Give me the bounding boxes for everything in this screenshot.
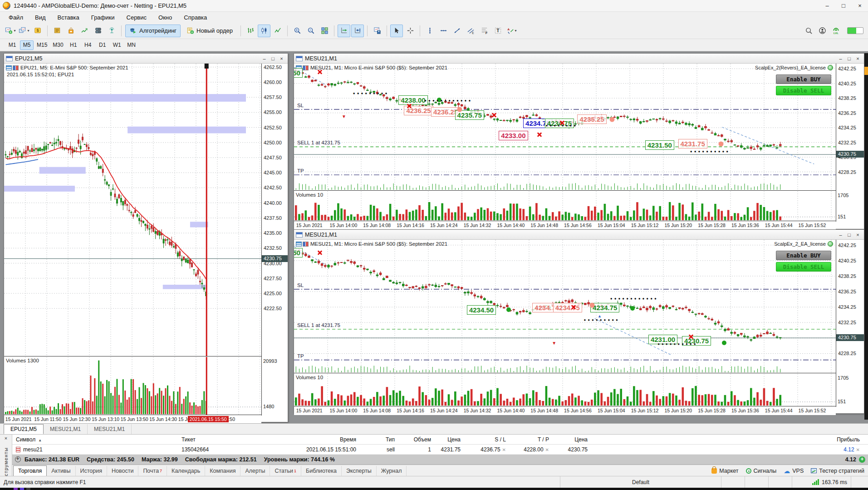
button-Сигналы[interactable]: Сигналы — [746, 468, 777, 474]
volume-pane[interactable]: Volumes 1300 — [4, 357, 261, 415]
algo-trading-button[interactable]: Алготрейдинг — [125, 25, 181, 37]
price-pane[interactable]: MESU21, M1: Micro E-mini S&P 500 ($5): S… — [294, 240, 836, 373]
chart-shift-icon[interactable] — [351, 25, 364, 37]
history-center-icon[interactable] — [51, 25, 64, 37]
tab-Новости[interactable]: Новости — [107, 466, 138, 476]
new-order-button[interactable]: Новый ордер — [182, 25, 237, 37]
ea-smiley-icon[interactable] — [828, 241, 833, 247]
enable-buy-button[interactable]: Enable BUY — [776, 251, 831, 260]
column-header-T / P[interactable]: T / P — [508, 435, 549, 445]
templates-icon[interactable] — [371, 25, 383, 37]
tab-Журнал[interactable]: Журнал — [377, 466, 407, 476]
chart-window-titlebar[interactable]: MESU21,M1–□× — [294, 230, 864, 240]
fibonacci-icon[interactable]: F — [478, 25, 490, 37]
quotes-icon[interactable] — [78, 25, 91, 37]
maximize-icon[interactable]: □ — [269, 54, 277, 63]
chart-window-titlebar[interactable]: EPU21,M5–□× — [4, 54, 288, 64]
plus-icon[interactable]: + — [859, 456, 865, 463]
candle-chart-icon[interactable] — [258, 25, 270, 37]
lvl-icon[interactable]: LVL — [829, 25, 842, 37]
close-button[interactable]: × — [852, 0, 868, 11]
column-header-Цена[interactable]: Цена — [433, 435, 461, 445]
button-Маркет[interactable]: Маркет — [711, 468, 738, 474]
tab-Торговля[interactable]: Торговля — [13, 465, 47, 476]
tf-D1[interactable]: D1 — [96, 40, 109, 50]
column-header-Символ[interactable]: Символ▲ — [16, 435, 176, 445]
maximize-button[interactable]: □ — [835, 0, 852, 11]
new-chart-icon[interactable]: ▾ — [4, 25, 17, 37]
marketplace-icon[interactable] — [64, 25, 77, 37]
chart-window-titlebar[interactable]: MESU21,M1–□× — [294, 54, 864, 64]
tick-chart-icon[interactable]: $ — [31, 25, 44, 37]
profiles-icon[interactable]: ▾ — [18, 25, 30, 37]
close-icon[interactable]: × — [853, 231, 862, 239]
column-header-Цена[interactable]: Цена — [551, 435, 588, 445]
tf-H4[interactable]: H4 — [81, 40, 95, 50]
column-header-Прибыль[interactable]: Прибыль — [590, 435, 860, 445]
column-header-Объем[interactable]: Объем — [397, 435, 431, 445]
close-icon[interactable]: × — [0, 435, 12, 441]
auto-scroll-icon[interactable] — [338, 25, 350, 37]
time-axis[interactable]: 15 Jun 202115 Jun 14:0015 Jun 14:0815 Ju… — [294, 407, 836, 415]
docked-panel-strip[interactable] — [864, 53, 868, 420]
tile-windows-icon[interactable] — [318, 25, 331, 37]
tab-Эксперты[interactable]: Эксперты — [342, 466, 377, 476]
tab-Статьи[interactable]: Статьи1 — [270, 466, 301, 476]
tab-Библиотека[interactable]: Библиотека — [301, 466, 342, 476]
docked-panel-icon[interactable] — [864, 67, 868, 75]
price-pane[interactable]: EPU21, M5: E-Mini S&P 500: September 202… — [4, 64, 261, 356]
quick-table-icon[interactable] — [6, 65, 12, 70]
signals-icon[interactable] — [105, 25, 118, 37]
quick-bars-icon[interactable] — [13, 65, 19, 70]
tab-История[interactable]: История — [76, 466, 107, 476]
tf-MN[interactable]: MN — [125, 40, 138, 50]
time-axis[interactable]: 15 Jun 202115 Jun 11:5015 Jun 12:3015 Ju… — [4, 416, 261, 424]
vertical-line-icon[interactable] — [423, 25, 436, 37]
menu-Справка[interactable]: Справка — [178, 13, 213, 22]
tf-H1[interactable]: H1 — [67, 40, 80, 50]
position-row[interactable]: mesu211350426642021.06.15 15:51:00sell14… — [12, 445, 868, 455]
zoom-in-icon[interactable] — [291, 25, 304, 37]
maximize-icon[interactable]: □ — [845, 231, 853, 239]
close-x-icon[interactable]: ✕ — [545, 447, 549, 452]
tf-M30[interactable]: M30 — [50, 40, 65, 50]
price-axis[interactable]: 4242.254240.254238.254236.254234.254232.… — [836, 64, 864, 222]
tf-M5[interactable]: M5 — [20, 40, 34, 50]
profile-name[interactable]: Default — [560, 476, 721, 488]
chart-tab-MESU21,M1[interactable]: MESU21,M1 — [44, 424, 88, 434]
button-Тестер стратегий[interactable]: Тестер стратегий — [811, 468, 864, 474]
ea-smiley-icon[interactable] — [828, 65, 833, 70]
connection-status[interactable]: 163.76 ms — [792, 476, 851, 488]
menu-Вид[interactable]: Вид — [29, 13, 52, 22]
line-chart-icon[interactable] — [271, 25, 284, 37]
minimize-icon[interactable]: – — [836, 231, 845, 239]
menu-Файл[interactable]: Файл — [3, 13, 29, 22]
column-header-S / L[interactable]: S / L — [463, 435, 506, 445]
minimize-icon[interactable]: – — [836, 54, 845, 63]
tab-Компания[interactable]: Компания — [205, 466, 240, 476]
price-axis[interactable]: 4262.504260.004257.504255.004252.504250.… — [261, 64, 288, 416]
close-icon[interactable]: × — [277, 54, 286, 63]
zoom-out-icon[interactable] — [304, 25, 317, 37]
menu-Окно[interactable]: Окно — [152, 13, 178, 22]
chart-tab-MESU21,M1[interactable]: MESU21,M1 — [88, 424, 132, 434]
tab-Почта[interactable]: Почта7 — [138, 466, 167, 476]
horizontal-line-icon[interactable] — [437, 25, 450, 37]
column-header-Тип[interactable]: Тип — [358, 435, 395, 445]
column-header-Время[interactable]: Время — [281, 435, 356, 445]
menu-Сервис[interactable]: Сервис — [121, 13, 153, 22]
button-VPS[interactable]: ☁VPS — [784, 467, 804, 475]
minimize-button[interactable]: – — [819, 0, 835, 11]
quick-bars-icon[interactable] — [303, 65, 309, 70]
menu-Вставка[interactable]: Вставка — [52, 13, 85, 22]
virtual-hosting-icon[interactable] — [92, 25, 104, 37]
time-axis[interactable]: 15 Jun 202115 Jun 14:0015 Jun 14:0815 Ju… — [294, 222, 836, 230]
menu-Графики[interactable]: Графики — [85, 13, 121, 22]
enable-buy-button[interactable]: Enable BUY — [776, 74, 831, 84]
disable-sell-button[interactable]: Disable SELL — [776, 262, 831, 272]
maximize-icon[interactable]: □ — [845, 54, 853, 63]
search-icon[interactable] — [802, 25, 815, 37]
disable-sell-button[interactable]: Disable SELL — [776, 86, 831, 95]
tab-Алерты[interactable]: Алерты — [240, 466, 270, 476]
equidistant-channel-icon[interactable]: E — [464, 25, 477, 37]
